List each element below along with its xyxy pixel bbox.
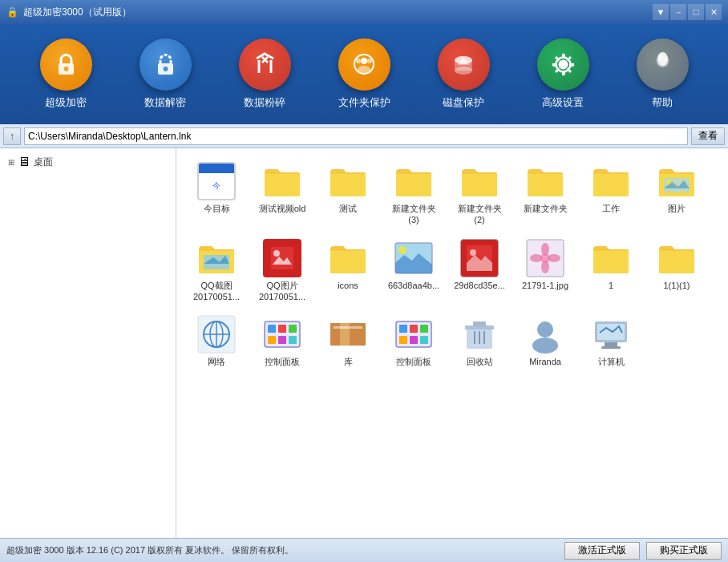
recycle-label: 回收站 bbox=[467, 356, 493, 367]
svg-rect-50 bbox=[268, 325, 276, 333]
main-area: ⊞ 🖥 桌面 今 今目标 测试视频old bbox=[0, 148, 728, 538]
controlpanel-icon bbox=[394, 315, 433, 354]
file-area: 今 今目标 测试视频old 测试 新建文件夹(3) bbox=[176, 148, 728, 538]
svg-rect-65 bbox=[420, 325, 428, 333]
shred-icon bbox=[239, 38, 291, 91]
video-label: 测试视频old bbox=[259, 203, 306, 214]
svg-line-19 bbox=[556, 57, 560, 61]
icons-label: icons bbox=[338, 280, 358, 291]
maximize-btn[interactable]: □ bbox=[688, 4, 704, 20]
svg-rect-79 bbox=[605, 342, 617, 346]
svg-point-75 bbox=[537, 321, 553, 338]
file-item-one[interactable]: 1 bbox=[579, 233, 643, 309]
tool-folder[interactable]: 文件夹保护 bbox=[336, 38, 392, 110]
encrypt-label: 超级加密 bbox=[45, 95, 87, 110]
address-bar: ↑ 查看 bbox=[0, 124, 728, 148]
tool-decrypt[interactable]: 数据解密 bbox=[137, 38, 193, 110]
app-icon: 🔒 bbox=[6, 6, 18, 18]
file-item-controlpanel2[interactable]: 控制面板 bbox=[250, 309, 314, 373]
file-item-663d8[interactable]: 663d8aa4b... bbox=[382, 233, 446, 309]
svg-line-21 bbox=[567, 57, 571, 61]
window-title: 超级加密3000（试用版） bbox=[23, 6, 131, 19]
file-item-video[interactable]: 测试视频old bbox=[250, 156, 314, 232]
file-item-test[interactable]: 测试 bbox=[316, 156, 380, 232]
file-item-21791[interactable]: 21791-1.jpg bbox=[513, 233, 577, 309]
file-item-computer[interactable]: 计算机 bbox=[579, 309, 643, 373]
pictures-folder-icon bbox=[657, 162, 696, 200]
file-item-library[interactable]: 库 bbox=[316, 309, 380, 373]
one-one-folder-icon bbox=[657, 239, 696, 277]
search-button[interactable]: 查看 bbox=[691, 127, 725, 145]
tool-encrypt[interactable]: 超级加密 bbox=[38, 38, 94, 110]
activate-button[interactable]: 激活正式版 bbox=[564, 542, 640, 560]
svg-line-22 bbox=[556, 69, 560, 73]
buy-button[interactable]: 购买正式版 bbox=[646, 542, 722, 560]
tree-desktop-label: 桌面 bbox=[34, 156, 53, 169]
shred-label: 数据粉碎 bbox=[244, 95, 285, 110]
network-icon bbox=[197, 315, 236, 354]
address-input[interactable] bbox=[24, 127, 688, 145]
file-item-miranda[interactable]: Miranda bbox=[513, 309, 577, 373]
svg-point-8 bbox=[358, 66, 370, 74]
svg-point-76 bbox=[532, 338, 558, 354]
file-item-newfolder3[interactable]: 新建文件夹(3) bbox=[382, 156, 446, 232]
file-item-qqpic[interactable]: QQ图片20170051... bbox=[250, 233, 314, 309]
settings-icon bbox=[537, 38, 589, 91]
svg-rect-61 bbox=[353, 326, 362, 329]
tool-shred[interactable]: 数据粉碎 bbox=[237, 38, 293, 110]
title-bar-controls: ▼ － □ ✕ bbox=[653, 4, 722, 20]
file-item-newfolder2b[interactable]: 新建文件夹 bbox=[513, 156, 577, 232]
qqpic-icon bbox=[263, 239, 301, 277]
newfolder2a-icon bbox=[460, 162, 499, 200]
toolbar: 超级加密 数据解密 数据粉碎 bbox=[0, 24, 728, 124]
help-icon bbox=[637, 38, 689, 91]
21791-icon bbox=[526, 239, 564, 277]
desktop-icon: 🖥 bbox=[18, 155, 30, 169]
today-label: 今目标 bbox=[204, 203, 230, 214]
extra-btn[interactable]: ▼ bbox=[653, 4, 669, 20]
close-btn[interactable]: ✕ bbox=[706, 4, 722, 20]
file-item-recycle[interactable]: 回收站 bbox=[447, 309, 512, 373]
file-item-pictures[interactable]: 图片 bbox=[645, 156, 709, 232]
file-item-newfolder2a[interactable]: 新建文件夹(2) bbox=[447, 156, 512, 232]
file-item-one-one[interactable]: 1(1)(1) bbox=[645, 233, 709, 309]
folder-protect-label: 文件夹保护 bbox=[338, 95, 390, 110]
svg-rect-64 bbox=[410, 325, 418, 333]
disk-label: 磁盘保护 bbox=[443, 95, 484, 110]
newfolder2a-label: 新建文件夹(2) bbox=[458, 203, 502, 226]
svg-rect-71 bbox=[473, 321, 486, 326]
minimize-btn[interactable]: － bbox=[670, 4, 686, 20]
svg-point-5 bbox=[361, 58, 367, 64]
recycle-icon bbox=[460, 315, 499, 354]
file-item-work[interactable]: 工作 bbox=[579, 156, 643, 232]
miranda-label: Miranda bbox=[529, 356, 561, 367]
svg-rect-55 bbox=[289, 336, 297, 344]
newfolder2b-icon bbox=[526, 162, 564, 200]
qqpic-label: QQ图片20170051... bbox=[259, 280, 305, 303]
video-folder-icon bbox=[263, 162, 301, 200]
tool-settings[interactable]: 高级设置 bbox=[535, 38, 591, 110]
encrypt-icon bbox=[40, 38, 92, 91]
one-one-label: 1(1)(1) bbox=[663, 280, 690, 291]
qqshot-icon bbox=[197, 239, 236, 277]
file-item-qqshot[interactable]: QQ截图20170051... bbox=[184, 233, 249, 309]
tree-expand-icon: ⊞ bbox=[8, 158, 14, 167]
svg-point-40 bbox=[541, 243, 549, 256]
status-buttons: 激活正式版 购买正式版 bbox=[564, 542, 722, 560]
back-button[interactable]: ↑ bbox=[3, 127, 21, 145]
tool-help[interactable]: 帮助 bbox=[634, 38, 690, 110]
file-item-29d8c[interactable]: 29d8cd35e... bbox=[447, 233, 512, 309]
svg-rect-31 bbox=[271, 247, 293, 269]
file-item-icons[interactable]: icons bbox=[316, 233, 380, 309]
svg-point-37 bbox=[470, 249, 476, 256]
svg-rect-67 bbox=[410, 336, 418, 344]
svg-point-35 bbox=[398, 246, 406, 254]
tool-disk[interactable]: 磁盘保护 bbox=[435, 38, 491, 110]
tree-item-desktop[interactable]: ⊞ 🖥 桌面 bbox=[5, 153, 171, 171]
svg-point-6 bbox=[356, 59, 361, 63]
file-item-controlpanel[interactable]: 控制面板 bbox=[382, 309, 446, 373]
miranda-icon bbox=[526, 315, 564, 354]
file-item-today[interactable]: 今 今目标 bbox=[184, 156, 249, 232]
newfolder3-label: 新建文件夹(3) bbox=[392, 203, 436, 226]
file-item-network[interactable]: 网络 bbox=[184, 309, 249, 373]
